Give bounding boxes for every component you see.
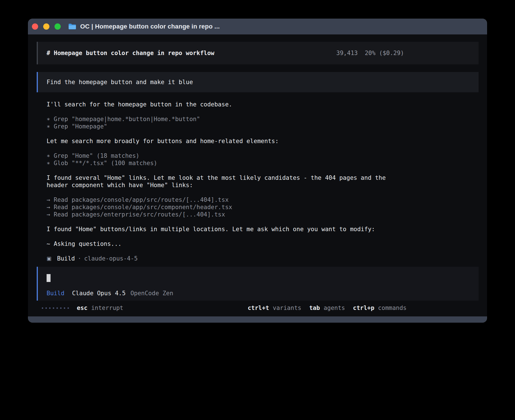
text-cursor [47, 274, 51, 282]
status-right: ctrl+t variants tab agents ctrl+p comman… [248, 305, 407, 311]
activity-indicator: ~ Asking questions... [47, 240, 397, 248]
hint-agents: tab agents [309, 305, 345, 311]
grep-tool-line: ∗ Grep "Home" (18 matches) [47, 152, 397, 159]
tool-call-block: ∗ Grep "homepage|home.*button|Home.*butt… [47, 115, 397, 130]
input-meta-line: Build Claude Opus 4.5 OpenCode Zen [47, 290, 479, 297]
grep-tool-line: ∗ Grep "Homepage" [47, 123, 397, 130]
assistant-text-block: I'll search for the homepage button in t… [47, 101, 397, 108]
interrupt-label: interrupt [91, 305, 123, 311]
assistant-transcript: I'll search for the homepage button in t… [47, 101, 397, 262]
session-title: # Homepage button color change in repo w… [47, 50, 214, 56]
minimize-button[interactable] [43, 23, 49, 30]
token-count: 39,413 [336, 50, 358, 56]
hint-commands: ctrl+p commands [353, 305, 407, 311]
prompt-input[interactable]: Build Claude Opus 4.5 OpenCode Zen [37, 267, 479, 301]
assistant-text: I found several "Home" links. Let me loo… [47, 174, 397, 189]
spinner-dot [64, 307, 65, 309]
tool-call-block: ∗ Grep "Home" (18 matches) ∗ Glob "**/*.… [47, 152, 397, 167]
assistant-text-block: I found "Home" buttons/links in multiple… [47, 226, 397, 233]
esc-key: esc [77, 305, 88, 311]
assistant-text-block: Let me search more broadly for buttons a… [47, 137, 397, 145]
agents-key: tab [309, 305, 320, 311]
mode-indicator[interactable]: Build [47, 290, 64, 297]
spinner-dot [45, 307, 47, 309]
desktop-background: OC | Homepage button color change in rep… [0, 19, 515, 323]
provider-label: OpenCode Zen [130, 290, 173, 297]
separator-dot: · [78, 255, 81, 262]
assistant-text: Let me search more broadly for buttons a… [47, 137, 397, 145]
spinner-dot [42, 307, 43, 309]
user-message: Find the homepage button and make it blu… [37, 72, 479, 92]
spinner-dot [60, 307, 62, 309]
status-bar: esc interrupt ctrl+t variants tab agents… [37, 304, 479, 312]
spinner-dot [49, 307, 51, 309]
terminal-window: OC | Homepage button color change in rep… [28, 19, 487, 323]
status-left: esc interrupt [42, 305, 123, 311]
assistant-text-block: I found several "Home" links. Let me loo… [47, 174, 397, 189]
agent-name: Build [57, 255, 75, 262]
session-header: # Homepage button color change in repo w… [37, 42, 479, 64]
agents-label: agents [324, 305, 345, 311]
traffic-lights [32, 23, 61, 30]
assistant-text: I'll search for the homepage button in t… [47, 101, 397, 108]
model-label[interactable]: Claude Opus 4.5 [72, 290, 126, 297]
commands-key: ctrl+p [353, 305, 374, 311]
commands-label: commands [378, 305, 407, 311]
read-tool-line: → Read packages/enterprise/src/routes/[.… [47, 211, 397, 218]
user-message-text: Find the homepage button and make it blu… [47, 79, 193, 86]
close-button[interactable] [32, 23, 38, 30]
variants-label: variants [273, 305, 301, 311]
session-stats: 39,413 20% ($0.29) [336, 50, 404, 56]
window-title: OC | Homepage button color change in rep… [80, 23, 220, 30]
read-tool-line: → Read packages/console/app/src/routes/[… [47, 196, 397, 204]
terminal-content: # Homepage button color change in repo w… [28, 34, 487, 316]
tool-call-block: → Read packages/console/app/src/routes/[… [47, 196, 397, 218]
agent-status-line: ▣ Build · claude-opus-4-5 [47, 255, 397, 262]
spinner-dot [67, 307, 69, 309]
glob-tool-line: ∗ Glob "**/*.tsx" (100 matches) [47, 159, 397, 167]
spinner-dot [53, 307, 54, 309]
hint-variants: ctrl+t variants [248, 305, 301, 311]
spinner-dots-icon [42, 307, 69, 309]
assistant-text: I found "Home" buttons/links in multiple… [47, 226, 397, 233]
read-tool-line: → Read packages/console/app/src/componen… [47, 204, 397, 211]
folder-icon [68, 23, 77, 30]
context-usage: 20% ($0.29) [365, 50, 404, 56]
activity-block: ~ Asking questions... [47, 240, 397, 248]
grep-tool-line: ∗ Grep "homepage|home.*button|Home.*butt… [47, 115, 397, 123]
titlebar[interactable]: OC | Homepage button color change in rep… [28, 19, 487, 34]
spinner-dot [56, 307, 58, 309]
model-name: claude-opus-4-5 [84, 255, 138, 262]
variants-key: ctrl+t [248, 305, 269, 311]
agent-icon: ▣ [47, 255, 51, 262]
zoom-button[interactable] [54, 23, 61, 30]
